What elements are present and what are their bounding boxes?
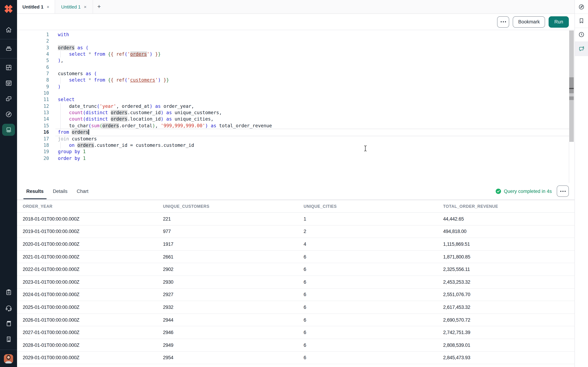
main-panel: Untitled 1 × Untitled 1 × + Bookmark Run… [17, 0, 574, 367]
table-cell: 2661 [163, 254, 303, 259]
line-number: 9 [17, 84, 51, 90]
table-cell: 6 [303, 279, 443, 285]
bookmark-button[interactable]: Bookmark [513, 16, 545, 27]
sql-editor[interactable]: 1with2 3orders as (4 select * from {{ re… [17, 30, 574, 183]
column-header[interactable]: TOTAL_ORDER_REVENUE [443, 204, 574, 209]
table-cell: 6 [303, 267, 443, 272]
line-number: 20 [17, 155, 51, 162]
table-cell: 2,551,076.70 [443, 292, 574, 297]
column-header[interactable]: ORDER_YEAR [17, 204, 163, 209]
table-cell: 2,742,751.39 [443, 330, 574, 335]
clipboard-icon[interactable] [5, 288, 12, 296]
tab-label: Untitled 1 [22, 4, 43, 9]
ai-chat-icon[interactable] [575, 42, 588, 56]
windows-icon[interactable] [5, 95, 12, 102]
table-row[interactable]: 2026-01-01T00:00:00.000Z294462,690,570.7… [17, 314, 574, 326]
docs-book-icon[interactable] [5, 319, 12, 327]
new-tab-button[interactable]: + [93, 0, 105, 14]
column-header[interactable]: UNIQUE_CUSTOMERS [163, 204, 303, 209]
organization-building-icon[interactable] [5, 335, 12, 343]
table-row[interactable]: 2018-01-01T00:00:00.000Z221144,442.65 [17, 213, 574, 225]
table-cell: 2902 [163, 267, 303, 272]
explore-compass-icon[interactable] [575, 0, 588, 14]
table-row[interactable]: 2024-01-01T00:00:00.000Z292762,551,076.7… [17, 288, 574, 301]
code-window-icon[interactable] [5, 79, 12, 87]
table-row[interactable]: 2020-01-01T00:00:00.000Z191741,115,869.5… [17, 238, 574, 250]
table-cell: 221 [163, 216, 303, 222]
editor-scrollbar-thumb[interactable] [569, 77, 574, 93]
editor-right-divider [569, 142, 569, 183]
table-row[interactable]: 2029-01-01T00:00:00.000Z295462,845,473.9… [17, 351, 574, 364]
results-tab-details[interactable]: Details [53, 183, 68, 199]
table-cell: 2029-01-01T00:00:00.000Z [17, 355, 163, 360]
results-table: ORDER_YEARUNIQUE_CUSTOMERSUNIQUE_CITIEST… [17, 200, 574, 367]
table-cell: 977 [163, 229, 303, 234]
results-tab-results[interactable]: Results [26, 183, 44, 199]
table-cell: 6 [303, 355, 443, 360]
rail-divider [0, 350, 17, 350]
table-row[interactable]: 2021-01-01T00:00:00.000Z266161,871,800.8… [17, 251, 574, 263]
text-caret [88, 129, 89, 135]
table-row[interactable]: 2025-01-01T00:00:00.000Z293262,617,453.3… [17, 301, 574, 314]
hex-logo-icon[interactable] [4, 4, 14, 14]
computer-icon-active[interactable] [2, 124, 15, 136]
code-line: 17join customers [17, 136, 574, 142]
line-number: 15 [17, 123, 51, 129]
code-line: 11select [17, 97, 574, 103]
table-cell: 2018-01-01T00:00:00.000Z [17, 216, 163, 222]
table-cell: 2930 [163, 279, 303, 285]
table-row[interactable]: 2022-01-01T00:00:00.000Z290262,325,556.1… [17, 263, 574, 276]
results-more-button[interactable] [557, 185, 569, 197]
code-line: 19group by 1 [17, 149, 574, 155]
user-avatar[interactable] [4, 354, 13, 363]
tab-untitled-1[interactable]: Untitled 1 × [17, 0, 55, 14]
table-cell: 2932 [163, 305, 303, 310]
rail-divider [0, 39, 17, 39]
table-cell: 2,325,556.11 [443, 267, 574, 272]
code-line: 20order by 1 [17, 155, 574, 162]
table-row[interactable]: 2030-01-01T00:00:00.000Z287961,841,049.3… [17, 364, 574, 367]
close-icon[interactable]: × [47, 4, 49, 9]
run-button[interactable]: Run [549, 16, 569, 27]
code-line: 12 date_trunc('year', ordered_at) as ord… [17, 103, 574, 110]
table-cell: 2,617,453.32 [443, 305, 574, 310]
table-row[interactable]: 2023-01-01T00:00:00.000Z293062,453,253.3… [17, 276, 574, 288]
rail-divider [0, 58, 17, 58]
mouse-ibeam-cursor [363, 145, 367, 151]
code-line: 4 select * from {{ ref('orders') }} [17, 51, 574, 58]
tab-bar: Untitled 1 × Untitled 1 × + [17, 0, 574, 14]
results-tabs: ResultsDetailsChart [26, 183, 496, 199]
line-number: 3 [17, 44, 51, 51]
table-cell: 2023-01-01T00:00:00.000Z [17, 279, 163, 285]
support-headset-icon[interactable] [5, 304, 12, 312]
table-row[interactable]: 2027-01-01T00:00:00.000Z294662,742,751.3… [17, 326, 574, 339]
history-clock-icon[interactable] [575, 28, 588, 42]
code-line: 16from orders [17, 129, 574, 136]
table-header-row: ORDER_YEARUNIQUE_CUSTOMERSUNIQUE_CITIEST… [17, 200, 574, 213]
more-options-button[interactable] [497, 16, 509, 27]
table-cell: 2019-01-01T00:00:00.000Z [17, 229, 163, 234]
apps-grid-icon[interactable] [5, 63, 12, 71]
table-row[interactable]: 2028-01-01T00:00:00.000Z294962,808,539.0… [17, 339, 574, 351]
line-number: 7 [17, 71, 51, 77]
line-number: 12 [17, 103, 51, 110]
table-body: 2018-01-01T00:00:00.000Z221144,442.65201… [17, 213, 574, 367]
explore-compass-icon[interactable] [5, 110, 12, 118]
table-cell: 6 [303, 317, 443, 323]
table-cell: 6 [303, 330, 443, 335]
query-status: Query completed in 4s [496, 188, 552, 194]
table-cell: 6 [303, 342, 443, 348]
code-line: 14 count(distinct orders.location_id) as… [17, 116, 574, 123]
bookmark-icon[interactable] [575, 14, 588, 28]
close-icon[interactable]: × [84, 4, 86, 9]
line-number: 13 [17, 109, 51, 116]
projects-tray-icon[interactable] [5, 44, 12, 52]
table-row[interactable]: 2019-01-01T00:00:00.000Z9772494,818.00 [17, 225, 574, 238]
tab-label: Untitled 1 [61, 4, 81, 9]
results-tab-chart[interactable]: Chart [77, 183, 88, 199]
home-icon[interactable] [5, 26, 12, 34]
table-cell: 6 [303, 292, 443, 297]
table-cell: 2024-01-01T00:00:00.000Z [17, 292, 163, 297]
tab-untitled-2[interactable]: Untitled 1 × [55, 0, 93, 14]
column-header[interactable]: UNIQUE_CITIES [303, 204, 443, 209]
